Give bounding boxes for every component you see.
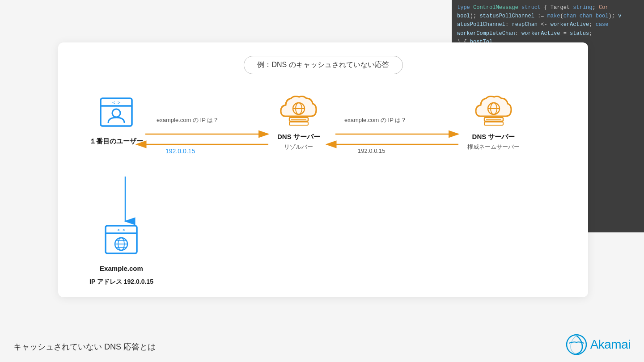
arrow2-label: 192.0.0.15 xyxy=(165,147,195,155)
arrow4-label: 192.0.0.15 xyxy=(358,147,385,154)
dns-auth-node: DNS サーバー 権威ネームサーバー xyxy=(467,92,520,151)
website-sublabel: IP アドレス 192.0.0.15 xyxy=(89,278,153,286)
akamai-logo-text: Akamai xyxy=(590,337,631,352)
akamai-logo: Akamai xyxy=(565,333,631,356)
svg-point-11 xyxy=(112,109,120,117)
user-browser-icon: < > xyxy=(98,96,134,132)
title-text: 例：DNS のキャッシュされていない応答 xyxy=(257,61,389,68)
svg-rect-23 xyxy=(484,122,503,125)
dns-auth-sublabel: 権威ネームサーバー xyxy=(467,143,520,151)
svg-point-32 xyxy=(567,335,586,354)
bottom-text: キャッシュされていない DNS 応答とは xyxy=(13,341,156,352)
website-label: Example.com xyxy=(100,264,143,273)
website-node: < > Example.com IP アドレス 192.0.0.15 xyxy=(89,223,153,286)
user-node: < > １番目のユーザー xyxy=(89,96,143,146)
dns-auth-icon xyxy=(474,92,514,127)
dns-resolver-sublabel: リゾルバー xyxy=(284,143,313,151)
dns-resolver-label: DNS サーバー xyxy=(277,132,320,141)
arrow1-label: example.com の IP は？ xyxy=(157,116,219,124)
dns-resolver-icon xyxy=(279,92,319,127)
akamai-logo-icon xyxy=(565,333,588,356)
main-card: 例：DNS のキャッシュされていない応答 xyxy=(58,42,588,297)
dns-auth-label: DNS サーバー xyxy=(472,132,515,141)
user-label: １番目のユーザー xyxy=(89,136,143,146)
arrow3-label: example.com の IP は？ xyxy=(344,116,407,124)
dns-resolver-node: DNS サーバー リゾルバー xyxy=(277,92,320,151)
svg-text:< >: < > xyxy=(112,100,120,105)
svg-rect-17 xyxy=(289,122,308,125)
website-icon: < > xyxy=(103,223,139,259)
diagram-area: < > １番目のユーザー example.com の IP は？ 192.0.0… xyxy=(58,92,588,284)
svg-text:< >: < > xyxy=(117,227,125,232)
title-badge: 例：DNS のキャッシュされていない応答 xyxy=(243,56,402,74)
